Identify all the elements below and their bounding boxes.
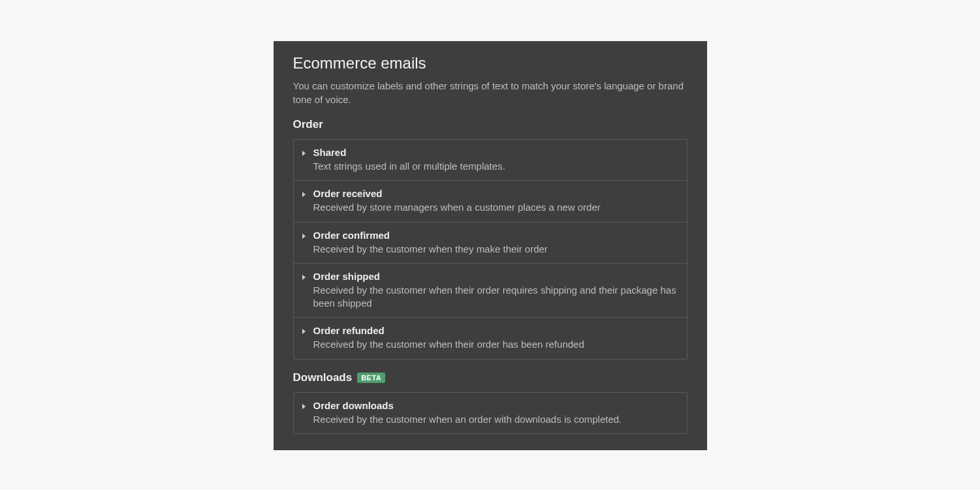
row-desc: Received by the customer when their orde… <box>313 338 678 351</box>
caret-right-icon <box>302 150 307 157</box>
row-desc: Text strings used in all or multiple tem… <box>313 160 678 173</box>
row-title: Order refunded <box>313 325 678 336</box>
beta-badge: BETA <box>357 373 385 383</box>
row-body: Order refunded Received by the customer … <box>313 325 678 351</box>
caret-right-icon <box>302 274 307 281</box>
row-body: Order confirmed Received by the customer… <box>313 230 678 256</box>
row-order-confirmed[interactable]: Order confirmed Received by the customer… <box>294 222 687 264</box>
row-title: Order shipped <box>313 271 678 282</box>
section-header-order: Order <box>293 118 688 131</box>
row-desc: Received by store managers when a custom… <box>313 201 678 214</box>
section-title: Order <box>293 118 323 131</box>
section-group-order: Shared Text strings used in all or multi… <box>293 139 688 360</box>
section-title: Downloads <box>293 371 353 384</box>
row-body: Shared Text strings used in all or multi… <box>313 147 678 173</box>
caret-right-icon <box>302 403 307 410</box>
row-title: Shared <box>313 147 678 158</box>
row-order-shipped[interactable]: Order shipped Received by the customer w… <box>294 264 687 318</box>
row-body: Order downloads Received by the customer… <box>313 400 678 426</box>
row-shared[interactable]: Shared Text strings used in all or multi… <box>294 140 687 181</box>
row-order-received[interactable]: Order received Received by store manager… <box>294 181 687 222</box>
caret-right-icon <box>302 233 307 239</box>
row-title: Order confirmed <box>313 230 678 241</box>
row-title: Order received <box>313 188 678 199</box>
section-group-downloads: Order downloads Received by the customer… <box>293 392 688 434</box>
caret-right-icon <box>302 328 307 335</box>
row-desc: Received by the customer when an order w… <box>313 413 678 426</box>
panel-description: You can customize labels and other strin… <box>293 79 688 106</box>
row-body: Order received Received by store manager… <box>313 188 678 214</box>
panel-title: Ecommerce emails <box>293 54 688 72</box>
row-desc: Received by the customer when their orde… <box>313 284 678 311</box>
caret-right-icon <box>302 191 307 198</box>
row-order-refunded[interactable]: Order refunded Received by the customer … <box>294 318 687 358</box>
row-order-downloads[interactable]: Order downloads Received by the customer… <box>294 393 687 433</box>
section-header-downloads: Downloads BETA <box>293 371 688 384</box>
row-desc: Received by the customer when they make … <box>313 243 678 256</box>
row-body: Order shipped Received by the customer w… <box>313 271 678 311</box>
ecommerce-emails-panel: Ecommerce emails You can customize label… <box>274 41 707 450</box>
row-title: Order downloads <box>313 400 678 411</box>
